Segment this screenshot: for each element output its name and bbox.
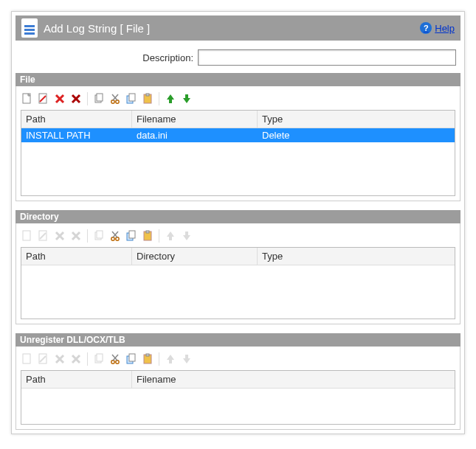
edit-icon [37, 229, 50, 243]
column-header-type[interactable]: Type [258, 111, 420, 128]
document-icon [21, 18, 38, 38]
new-icon[interactable] [21, 352, 34, 366]
delete-icon[interactable] [53, 92, 66, 105]
description-label: Description: [142, 52, 193, 63]
arrow-down-icon [180, 229, 193, 243]
titlebar: Add Log String [ File ] ? Help [15, 15, 461, 41]
unregister-grid: Path Filename [21, 370, 455, 425]
svg-marker-38 [183, 232, 190, 240]
unregister-grid-header: Path Filename [21, 371, 455, 389]
svg-point-11 [116, 100, 119, 103]
file-grid-body[interactable]: INSTALL PATH data.ini Delete [21, 128, 455, 195]
arrow-up-icon[interactable] [164, 92, 177, 105]
column-header-filename[interactable]: Filename [132, 111, 258, 128]
directory-section-body: Path Directory Type [15, 223, 461, 324]
edit-icon [37, 352, 50, 366]
file-grid: Path Filename Type INSTALL PATH data.ini… [21, 110, 455, 196]
paste-icon[interactable] [141, 92, 154, 105]
delete-all-icon [69, 352, 83, 366]
file-section-header: File [15, 73, 461, 86]
delete-all-icon [69, 229, 83, 243]
svg-rect-47 [97, 354, 103, 361]
new-icon[interactable] [21, 92, 34, 105]
svg-line-32 [112, 232, 117, 237]
paste-icon[interactable] [141, 229, 154, 243]
cell-type: Delete [258, 128, 420, 142]
unregister-grid-body[interactable] [21, 389, 455, 424]
arrow-up-icon [164, 229, 177, 243]
column-header-path[interactable]: Path [21, 111, 132, 128]
svg-marker-18 [167, 94, 174, 103]
copy-icon[interactable] [125, 352, 138, 366]
svg-rect-9 [97, 94, 103, 101]
svg-point-49 [116, 361, 119, 363]
svg-rect-20 [23, 231, 30, 240]
svg-rect-15 [129, 94, 135, 101]
cut-icon[interactable] [108, 92, 122, 105]
svg-marker-57 [183, 355, 190, 363]
svg-line-31 [113, 232, 118, 237]
delete-all-icon[interactable] [69, 92, 83, 105]
cut-icon[interactable] [108, 352, 122, 366]
column-header-path[interactable]: Path [21, 248, 132, 265]
svg-rect-39 [23, 354, 30, 363]
directory-grid: Path Directory Type [21, 247, 455, 319]
svg-marker-56 [167, 355, 174, 363]
help-icon: ? [420, 22, 432, 34]
svg-line-51 [112, 355, 117, 361]
column-header-filename[interactable]: Filename [132, 371, 455, 388]
copy-doc-icon [92, 229, 106, 243]
arrow-down-icon[interactable] [180, 92, 193, 105]
unregister-section-body: Path Filename [15, 347, 461, 430]
svg-rect-17 [146, 94, 149, 96]
directory-grid-header: Path Directory Type [21, 248, 455, 265]
svg-line-50 [113, 355, 118, 361]
table-row[interactable]: INSTALL PATH data.ini Delete [21, 128, 455, 142]
column-header-directory[interactable]: Directory [132, 248, 258, 265]
edit-icon[interactable] [37, 92, 50, 105]
copy-doc-icon [92, 352, 106, 366]
dialog-panel: Add Log String [ File ] ? Help Descripti… [11, 11, 465, 434]
svg-line-12 [113, 94, 118, 100]
separator [87, 229, 88, 243]
delete-icon [53, 352, 66, 366]
column-header-path[interactable]: Path [21, 371, 132, 388]
copy-icon[interactable] [125, 92, 138, 105]
svg-marker-37 [167, 232, 174, 240]
svg-line-13 [112, 94, 117, 100]
description-input[interactable] [198, 49, 456, 66]
separator [159, 352, 159, 366]
separator [87, 92, 88, 105]
svg-rect-55 [146, 354, 149, 356]
svg-rect-28 [97, 231, 103, 238]
svg-point-10 [111, 100, 114, 103]
svg-rect-34 [129, 231, 135, 238]
svg-rect-53 [129, 354, 135, 361]
directory-section-header: Directory [15, 210, 461, 223]
svg-point-48 [111, 361, 114, 363]
dialog-title: Add Log String [ File ] [44, 22, 420, 35]
directory-grid-body[interactable] [21, 265, 455, 319]
file-grid-header: Path Filename Type [21, 111, 455, 128]
file-section-body: Path Filename Type INSTALL PATH data.ini… [15, 86, 461, 201]
cell-path: INSTALL PATH [21, 128, 132, 142]
separator [159, 92, 159, 105]
svg-marker-19 [183, 94, 190, 103]
arrow-down-icon [180, 352, 193, 366]
paste-icon[interactable] [141, 352, 154, 366]
cell-filename: data.ini [132, 128, 258, 142]
delete-icon [53, 229, 66, 243]
svg-rect-36 [146, 231, 149, 233]
help-link[interactable]: ? Help [420, 22, 455, 34]
new-icon[interactable] [21, 229, 34, 243]
copy-icon[interactable] [125, 229, 138, 243]
file-toolbar [21, 91, 455, 110]
column-header-type[interactable]: Type [258, 248, 420, 265]
help-label: Help [435, 23, 455, 34]
separator [87, 352, 88, 366]
grid-empty-space [21, 142, 455, 195]
cut-icon[interactable] [108, 229, 122, 243]
copy-doc-icon[interactable] [92, 92, 106, 105]
directory-toolbar [21, 228, 455, 247]
separator [159, 229, 159, 243]
